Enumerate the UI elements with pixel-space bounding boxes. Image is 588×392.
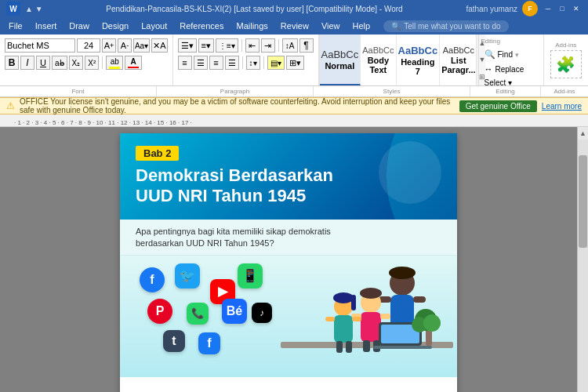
scroll-track[interactable] [578, 140, 588, 392]
numbering-button[interactable]: ≡▾ [198, 38, 214, 53]
svg-rect-18 [334, 315, 353, 343]
show-marks-button[interactable]: ¶ [299, 38, 314, 53]
editing-section-label: Editing [470, 86, 541, 96]
bullets-button[interactable]: ☰▾ [178, 38, 197, 53]
menu-insert[interactable]: Insert [30, 20, 63, 32]
learn-more-button[interactable]: Learn more [542, 102, 582, 111]
find-button[interactable]: 🔍 Find ▾ [481, 48, 539, 61]
style-body-text-button[interactable]: AaBbCc Body Text [361, 34, 396, 85]
twitter-icon: 🐦 [175, 263, 200, 289]
window-title: Pendidikan-Pancasila-BS-KLS-XI(2) [Last … [43, 5, 466, 13]
facebook2-icon: f [198, 332, 220, 354]
svg-rect-10 [361, 312, 381, 342]
style-normal-button[interactable]: AaBbCc Normal [320, 34, 361, 85]
justify-button[interactable]: ☰ [225, 56, 239, 70]
warning-text: OFFICE Your license isn't genuine, and y… [20, 97, 455, 114]
strikethrough-button[interactable]: ab̶ [52, 56, 67, 70]
addins-label: Add-ins [555, 42, 576, 49]
tumblr-icon: t [163, 330, 185, 352]
style-list-para-button[interactable]: AaBbCc List Paragr... [440, 34, 477, 85]
svg-rect-21 [336, 341, 343, 353]
line-spacing-button[interactable]: ↕▾ [246, 56, 260, 70]
increase-indent-button[interactable]: ⇥ [261, 38, 275, 53]
menu-draw[interactable]: Draw [64, 20, 95, 32]
align-center-button[interactable]: ☰ [194, 56, 208, 70]
get-genuine-button[interactable]: Get genuine Office [459, 100, 537, 112]
menu-help[interactable]: Help [347, 20, 376, 32]
svg-rect-17 [351, 295, 356, 310]
svg-rect-13 [363, 340, 370, 352]
subscript-button[interactable]: X₂ [69, 56, 84, 70]
styles-panel: AaBbCc Normal AaBbCc Body Text AaBbCc He… [319, 34, 476, 85]
username-label: fathan yumanz [466, 5, 517, 13]
menu-references[interactable]: References [174, 20, 229, 32]
svg-point-29 [423, 314, 441, 332]
clear-format-button[interactable]: ✕A [151, 38, 167, 53]
paragraph-section: ☰▾ ≡▾ ⋮≡▾ ⇤ ⇥ ↕A ¶ ≡ ☰ ≡ ☰ ↕▾ ▤▾ ⊞▾ [173, 34, 319, 85]
superscript-button[interactable]: X² [85, 56, 99, 70]
close-button[interactable]: ✕ [571, 3, 582, 14]
ribbon: File Insert Draw Design Layout Reference… [0, 17, 588, 97]
addins-panel: Add-ins 🧩 [543, 34, 588, 85]
vertical-scrollbar[interactable]: ▲ ▼ [577, 127, 588, 392]
menu-view[interactable]: View [316, 20, 346, 32]
tell-me-input[interactable]: Tell me what you want to do [404, 22, 500, 31]
paragraph-section-label: Paragraph [157, 86, 314, 96]
addins-button[interactable]: 🧩 [550, 50, 582, 78]
ruler: · 1 · 2 · 3 · 4 · 5 · 6 · 7 · 8 · 9 · 10… [0, 114, 588, 127]
font-section-label: Font [0, 86, 157, 96]
borders-button[interactable]: ⊞▾ [286, 56, 304, 70]
warning-bar: ⚠ OFFICE Your license isn't genuine, and… [0, 97, 588, 114]
menu-file[interactable]: File [3, 20, 28, 32]
svg-rect-19 [325, 317, 335, 321]
document-wrapper: Bab 2 Demokrasi Berdasarkan UUD NRI Tahu… [0, 127, 588, 392]
addins-section-label: Add-ins [541, 86, 588, 96]
scroll-up-arrow[interactable]: ▲ [579, 127, 586, 140]
menu-mailings[interactable]: Mailings [230, 20, 273, 32]
shading-button[interactable]: ▤▾ [267, 56, 285, 70]
social-icons-area: f 🐦 ▶ 📱 P 📞 Bé ♪ t f [136, 263, 261, 365]
behance-icon: Bé [222, 299, 247, 324]
scroll-thumb[interactable] [579, 155, 587, 248]
warning-icon: ⚠ [6, 100, 15, 111]
question-section: Apa pentingnya bagi kita memiliki sikap … [120, 220, 457, 256]
maximize-button[interactable]: □ [557, 3, 568, 14]
svg-point-9 [360, 288, 382, 299]
align-right-button[interactable]: ≡ [209, 56, 223, 70]
align-left-button[interactable]: ≡ [178, 56, 192, 70]
ruler-content: · 1 · 2 · 3 · 4 · 5 · 6 · 7 · 8 · 9 · 10… [6, 114, 582, 126]
svg-rect-25 [373, 346, 432, 349]
sort-button[interactable]: ↕A [282, 38, 298, 53]
italic-button[interactable]: I [20, 56, 34, 70]
bold-button[interactable]: B [5, 56, 19, 70]
menu-design[interactable]: Design [96, 20, 134, 32]
question-text: Apa pentingnya bagi kita memiliki sikap … [136, 226, 441, 238]
multilevel-button[interactable]: ⋮≡▾ [216, 38, 238, 53]
text-highlight-button[interactable]: ab [106, 56, 123, 70]
illustration-area: f 🐦 ▶ 📱 P 📞 Bé ♪ t f [120, 256, 457, 377]
svg-point-16 [333, 292, 354, 303]
font-color-button[interactable]: A [125, 56, 142, 70]
shrink-font-button[interactable]: A- [118, 38, 132, 53]
svg-rect-12 [380, 314, 390, 319]
menu-layout[interactable]: Layout [136, 20, 172, 32]
style-heading7-button[interactable]: AaBbCc Heading 7 [397, 34, 441, 85]
underline-button[interactable]: U [36, 56, 50, 70]
section-labels-row: Font Paragraph Styles Editing Add-ins [0, 86, 588, 97]
pinterest-icon: P [147, 299, 172, 324]
change-case-button[interactable]: Aa▾ [133, 38, 150, 53]
editing-panel: Editing 🔍 Find ▾ ↔ Replace Select ▾ [476, 34, 543, 85]
styles-section-label: Styles [314, 86, 470, 96]
grow-font-button[interactable]: A+ [102, 38, 116, 53]
replace-button[interactable]: ↔ Replace [481, 63, 539, 75]
minimize-button[interactable]: ─ [543, 3, 554, 14]
menu-review[interactable]: Review [275, 20, 314, 32]
decrease-indent-button[interactable]: ⇤ [245, 38, 260, 53]
font-size-input[interactable] [77, 38, 100, 53]
font-name-input[interactable] [5, 38, 75, 53]
svg-rect-5 [413, 296, 426, 303]
whatsapp2-icon: 📞 [187, 303, 209, 325]
avatar[interactable]: F [522, 1, 538, 16]
facebook-icon: f [140, 267, 165, 292]
bab-header: Bab 2 Demokrasi Berdasarkan UUD NRI Tahu… [120, 133, 457, 220]
